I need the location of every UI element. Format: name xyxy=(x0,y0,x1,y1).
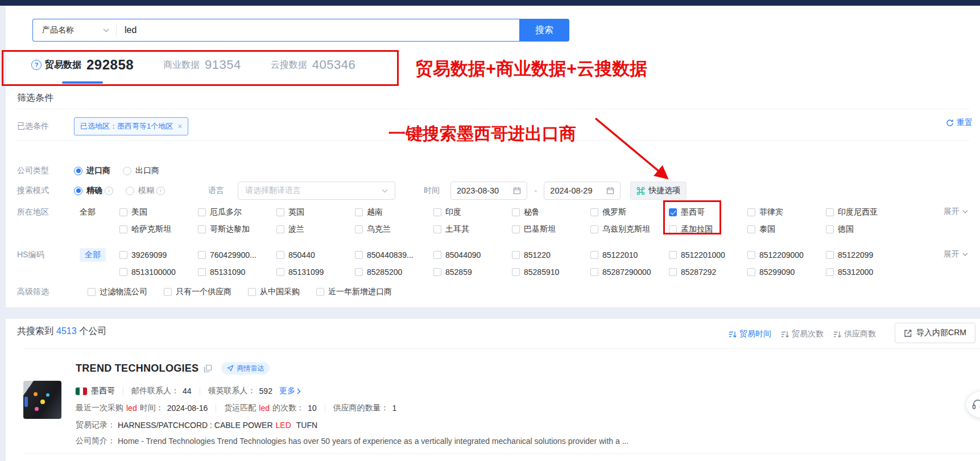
radio-fuzzy[interactable]: 模糊 xyxy=(126,186,165,196)
language-select[interactable]: 请选择翻译语言 xyxy=(238,182,395,200)
region-expand-button[interactable]: 展开 xyxy=(944,207,968,217)
region-checkbox[interactable]: 乌克兰 xyxy=(355,224,433,234)
hscode-checkbox[interactable]: 852859 xyxy=(433,267,512,277)
region-checkbox[interactable]: 波兰 xyxy=(276,224,355,234)
hscode-all-option[interactable]: 全部 xyxy=(80,248,106,262)
tab-cloud-data[interactable]: 云搜数据 405346 xyxy=(271,57,355,72)
radio-exporter[interactable]: 出口商 xyxy=(123,166,159,176)
hscode-checkbox[interactable]: 8513100000 xyxy=(119,267,198,277)
tab-business-data[interactable]: 商业数据 91354 xyxy=(163,57,241,72)
checkbox-icon xyxy=(198,225,206,233)
region-checkbox[interactable]: 越南 xyxy=(355,207,433,217)
hscode-checkbox[interactable]: 85285910 xyxy=(512,267,590,277)
region-checkbox[interactable]: 泰国 xyxy=(747,224,826,234)
hscode-checkbox[interactable]: 760429900... xyxy=(198,250,276,260)
checkbox-icon xyxy=(669,251,677,259)
radio-importer[interactable]: 进口商 xyxy=(74,166,110,176)
search-button[interactable]: 搜索 xyxy=(519,19,569,42)
hscode-checkbox[interactable]: 851220 xyxy=(512,250,590,260)
start-date-input[interactable]: 2023-08-30 xyxy=(450,182,527,200)
region-checkbox[interactable]: 哈萨克斯坦 xyxy=(119,224,198,234)
hscode-checkbox[interactable]: 85287290000 xyxy=(590,267,669,277)
sort-supplier-count[interactable]: 供应商数 xyxy=(833,329,876,339)
region-checkbox[interactable]: 土耳其 xyxy=(433,224,512,234)
checkbox-icon xyxy=(88,288,96,296)
tab-trade-data[interactable]: 贸易数据 292858 xyxy=(31,57,134,73)
tab-label: 商业数据 xyxy=(163,59,200,71)
more-link[interactable]: 更多 xyxy=(279,386,301,396)
selected-region-tag[interactable]: 已选地区：墨西哥等1个地区 × xyxy=(74,117,188,135)
email-contacts-value: 44 xyxy=(183,386,192,396)
region-checkbox[interactable]: 印度 xyxy=(433,207,512,217)
hscode-checkbox[interactable]: 850440839... xyxy=(355,250,433,260)
divider xyxy=(23,454,980,454)
advanced-checkbox[interactable]: 过滤物流公司 xyxy=(88,287,147,297)
checkbox-icon xyxy=(119,251,127,259)
company-header: TREND TECHNOLOGIES 商情雷达 xyxy=(76,362,270,374)
advanced-checkbox[interactable]: 从中国采购 xyxy=(248,287,300,297)
company-country: 墨西哥 xyxy=(91,386,115,396)
region-checkbox[interactable]: 孟加拉国 xyxy=(669,224,747,234)
region-checkbox[interactable]: 厄瓜多尔 xyxy=(198,207,276,217)
checkbox-icon xyxy=(433,251,441,259)
checkbox-icon xyxy=(590,251,598,259)
hscode-checkbox[interactable]: 85299090 xyxy=(747,267,826,277)
checkbox-icon xyxy=(433,208,441,216)
business-radar-badge[interactable]: 商情雷达 xyxy=(221,362,270,374)
region-checkbox[interactable]: 乌兹别克斯坦 xyxy=(590,224,669,234)
company-thumbnail[interactable] xyxy=(23,381,61,419)
hscode-checkbox[interactable]: 85287292 xyxy=(669,267,747,277)
hscode-checkbox[interactable]: 85122010 xyxy=(590,250,669,260)
region-label: 所在地区 xyxy=(17,207,74,217)
region-checkbox[interactable]: 美国 xyxy=(119,207,198,217)
region-checkbox[interactable]: 印度尼西亚 xyxy=(826,207,904,217)
company-meta-row: 墨西哥 邮件联系人： 44 领英联系人： 592 更多 xyxy=(76,386,301,396)
radio-exact[interactable]: 精确 xyxy=(74,186,113,196)
sort-trade-count[interactable]: 贸易次数 xyxy=(781,329,824,339)
company-name[interactable]: TREND TECHNOLOGIES xyxy=(76,363,199,374)
region-all-option[interactable]: 全部 xyxy=(80,207,119,217)
region-checkbox[interactable]: 巴基斯坦 xyxy=(512,224,590,234)
divider xyxy=(123,387,123,395)
hscode-checkbox[interactable]: 85044090 xyxy=(433,250,512,260)
hscode-checkbox[interactable]: 85285200 xyxy=(355,267,433,277)
region-checkbox[interactable]: 英国 xyxy=(276,207,355,217)
hscode-checkbox[interactable]: 850440 xyxy=(276,250,355,260)
advanced-checkbox[interactable]: 只有一个供应商 xyxy=(164,287,231,297)
search-box: 产品名称 xyxy=(32,19,519,42)
checkbox-icon xyxy=(276,225,284,233)
quick-options-button[interactable]: 快捷选项 xyxy=(630,182,687,200)
command-icon xyxy=(636,187,645,195)
search-category-dropdown[interactable]: 产品名称 xyxy=(33,25,116,35)
end-date-input[interactable]: 2024-08-29 xyxy=(544,182,621,200)
advanced-checkbox[interactable]: 近一年新增进口商 xyxy=(316,287,392,297)
region-checkbox[interactable]: 哥斯达黎加 xyxy=(198,224,276,234)
region-checkbox[interactable]: 德国 xyxy=(826,224,904,234)
hscode-checkbox[interactable]: 39269099 xyxy=(119,250,198,260)
reset-button[interactable]: 重置 xyxy=(946,118,973,128)
copy-icon[interactable] xyxy=(204,364,212,373)
hscode-checkbox[interactable]: 85131099 xyxy=(276,267,355,277)
company-type-label: 公司类型 xyxy=(17,166,74,176)
region-checkbox[interactable]: 秘鲁 xyxy=(512,207,590,217)
region-checkbox[interactable]: 菲律宾 xyxy=(747,207,826,217)
region-checkbox[interactable]: 俄罗斯 xyxy=(590,207,669,217)
hscode-checkbox[interactable]: 8512201000 xyxy=(669,250,747,260)
hscode-checkbox[interactable]: 85131090 xyxy=(198,267,276,277)
sort-desc-icon xyxy=(781,331,789,338)
region-checkbox-mexico[interactable]: 墨西哥 xyxy=(669,207,747,217)
hscode-checkbox[interactable]: 85312000 xyxy=(826,267,904,277)
checkbox-icon xyxy=(512,268,520,276)
radio-label: 模糊 xyxy=(138,186,154,196)
hscode-expand-button[interactable]: 展开 xyxy=(944,249,968,260)
radar-icon xyxy=(227,365,234,372)
sort-trade-time[interactable]: 贸易时间 xyxy=(729,329,771,339)
close-icon[interactable]: × xyxy=(177,122,182,131)
hscode-checkbox[interactable]: 85122099 xyxy=(826,250,904,260)
hscode-checkbox[interactable]: 8512209000 xyxy=(747,250,826,260)
last-purchase-label: 最近一次采购 xyxy=(76,403,123,413)
radio-selected-icon xyxy=(74,167,82,175)
import-crm-button[interactable]: 导入内部CRM xyxy=(895,323,975,343)
search-input[interactable] xyxy=(117,25,519,35)
sort-options: 贸易时间 贸易次数 供应商数 xyxy=(729,329,876,339)
